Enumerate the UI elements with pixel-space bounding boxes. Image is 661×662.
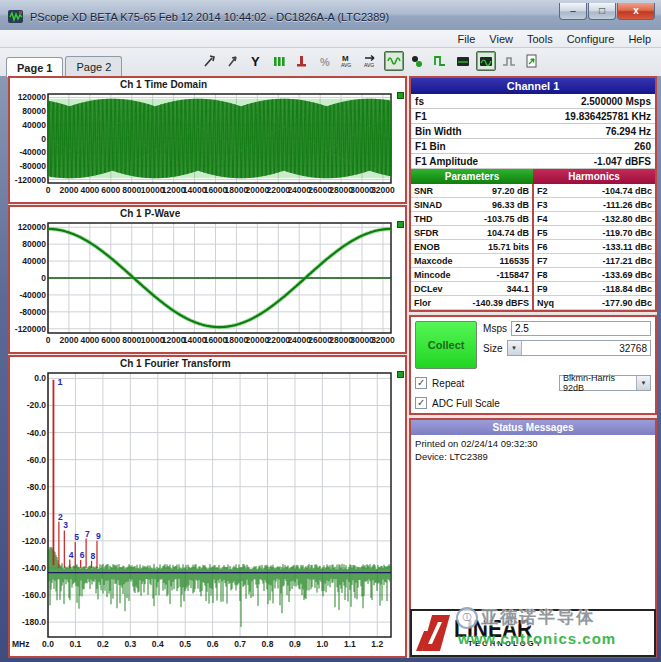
svg-text:0.8: 0.8 (262, 639, 274, 649)
svg-text:4000: 4000 (80, 185, 99, 195)
menu-help[interactable]: Help (628, 33, 651, 45)
svg-text:120000: 120000 (18, 92, 47, 102)
adc-full-scale-label: ADC Full Scale (432, 398, 500, 409)
repeat-label: Repeat (432, 378, 554, 389)
svg-text:-20.0: -20.0 (27, 400, 47, 410)
plot-title: Ch 1 P-Wave (10, 207, 405, 220)
time-domain-plot[interactable]: Ch 1 Time Domain 12000080000400000-40000… (8, 76, 407, 204)
svg-text:6000: 6000 (101, 185, 120, 195)
harmonic-row-f3: F3-111.26 dBc (534, 198, 655, 212)
collect-button[interactable]: Collect (415, 321, 477, 369)
svg-text:9: 9 (96, 531, 101, 541)
harmonic-row-f7: F7-117.21 dBc (534, 254, 655, 268)
msps-label: Msps (483, 323, 507, 334)
window-title: PScope XD BETA K75-65 Feb 12 2014 10:44:… (30, 11, 553, 23)
maximize-button[interactable]: □ (588, 3, 616, 20)
harmonic-row-f9: F9-118.84 dBc (534, 282, 655, 296)
svg-text:8000: 8000 (122, 185, 141, 195)
svg-text:0: 0 (41, 273, 46, 283)
svg-text:-120.0: -120.0 (22, 536, 46, 546)
svg-text:0.0: 0.0 (34, 373, 46, 383)
svg-text:-40.0: -40.0 (27, 428, 47, 438)
parameter-row-maxcode: Maxcode116535 (411, 254, 532, 268)
info-row-f1: F119.836425781 KHz (411, 109, 655, 124)
pwave-icon[interactable] (430, 51, 450, 71)
svg-text:0.7: 0.7 (234, 639, 246, 649)
bar-graph-icon[interactable] (292, 51, 312, 71)
max-average-icon[interactable]: MAVG (338, 51, 358, 71)
svg-text:40000: 40000 (22, 120, 46, 130)
cursors-icon[interactable] (269, 51, 289, 71)
display-active-icon[interactable] (476, 51, 496, 71)
svg-text:0.5: 0.5 (179, 639, 191, 649)
tab-page-2[interactable]: Page 2 (65, 56, 122, 76)
tab-page-1[interactable]: Page 1 (6, 57, 63, 77)
svg-text:2000: 2000 (59, 185, 78, 195)
running-average-icon[interactable]: AVG (361, 51, 381, 71)
svg-text:-80.0: -80.0 (27, 482, 47, 492)
status-body: Printed on 02/24/14 09:32:30Device: LTC2… (411, 435, 655, 467)
svg-text:1: 1 (57, 377, 62, 387)
msps-input[interactable] (511, 321, 651, 336)
zoom-pointer-icon[interactable] (223, 51, 243, 71)
svg-text:1.1: 1.1 (344, 639, 356, 649)
pwave-chart: 12000080000400000-40000-80000-1200000200… (10, 220, 405, 348)
fourier-transform-plot[interactable]: Ch 1 Fourier Transform 0.0-20.0-40.0-60.… (8, 355, 407, 658)
harmonic-row-f8: F8-133.69 dBc (534, 268, 655, 282)
tab-bar: Page 1Page 2 Y%MAVGAVG (0, 48, 661, 76)
minimize-button[interactable]: – (559, 3, 587, 20)
fft-window-dropdown[interactable]: Blkmn-Harris 92dB ▾ (559, 375, 651, 391)
svg-text:4000: 4000 (80, 335, 99, 345)
parameters-header: Parameters (411, 169, 533, 184)
time-domain-icon[interactable] (384, 51, 404, 71)
svg-text:120000: 120000 (18, 222, 47, 232)
step-response-icon[interactable] (499, 51, 519, 71)
menu-file[interactable]: File (458, 33, 476, 45)
harmonic-row-f6: F6-133.11 dBc (534, 240, 655, 254)
svg-text:0: 0 (41, 134, 46, 144)
pwave-plot[interactable]: Ch 1 P-Wave 12000080000400000-40000-8000… (8, 205, 407, 354)
parameter-row-dclev: DCLev344.1 (411, 282, 532, 296)
svg-text:%: % (320, 56, 330, 68)
svg-text:0.2: 0.2 (97, 639, 109, 649)
svg-text:-80000: -80000 (20, 307, 47, 317)
svg-text:-40000: -40000 (20, 147, 47, 157)
chevron-down-icon[interactable]: ▾ (636, 376, 650, 390)
repeat-checkbox[interactable]: ✓ (415, 377, 427, 389)
svg-text:-120000: -120000 (15, 175, 46, 185)
svg-text:Y: Y (251, 54, 260, 69)
svg-text:1.2: 1.2 (371, 639, 383, 649)
chevron-down-icon[interactable]: ▾ (508, 341, 522, 355)
code-density-icon[interactable] (407, 51, 427, 71)
svg-text:32000: 32000 (371, 335, 395, 345)
parameter-row-flor: Flor-140.39 dBFS (411, 296, 532, 310)
menu-tools[interactable]: Tools (527, 33, 553, 45)
channel-header: Channel 1 (411, 78, 655, 94)
y-scale-icon[interactable]: Y (246, 51, 266, 71)
title-bar[interactable]: PScope XD BETA K75-65 Feb 12 2014 10:44:… (0, 0, 661, 30)
fft-chart: 0.0-20.0-40.0-60.0-80.0-100.0-120.0-140.… (10, 370, 405, 652)
plots-column: Ch 1 Time Domain 12000080000400000-40000… (8, 76, 407, 658)
size-label: Size (483, 343, 502, 354)
size-dropdown[interactable]: ▾ 32768 (507, 340, 651, 356)
channel-panel: Channel 1 fs2.500000 MspsF119.836425781 … (409, 76, 657, 312)
linear-technology-logo: LINEAR TECHNOLOGY (410, 609, 656, 657)
svg-text:AVG: AVG (364, 62, 374, 68)
menu-configure[interactable]: Configure (567, 33, 615, 45)
percent-icon[interactable]: % (315, 51, 335, 71)
fft-window-value: Blkmn-Harris 92dB (560, 373, 636, 393)
svg-text:0.6: 0.6 (207, 639, 219, 649)
menu-view[interactable]: View (489, 33, 513, 45)
export-report-icon[interactable] (522, 51, 542, 71)
probe-tool-icon[interactable] (200, 51, 220, 71)
svg-text:6: 6 (80, 550, 85, 560)
svg-text:2: 2 (58, 512, 63, 522)
close-button[interactable]: x (617, 3, 655, 20)
adc-full-scale-checkbox[interactable]: ✓ (415, 397, 427, 409)
svg-text:0: 0 (46, 335, 51, 345)
channel-legend-swatch (397, 92, 404, 99)
svg-text:32000: 32000 (371, 185, 395, 195)
svg-text:-160.0: -160.0 (22, 590, 46, 600)
display-dark-icon[interactable] (453, 51, 473, 71)
harmonic-row-nyq: Nyq-177.90 dBc (534, 296, 655, 310)
